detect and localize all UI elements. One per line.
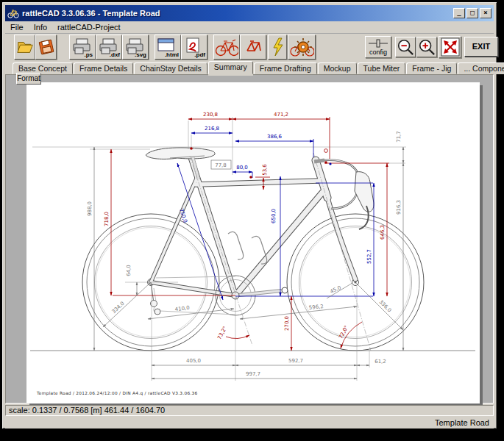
dim-label-front-radius: 336,0 xyxy=(377,299,392,314)
title-bar[interactable]: rattleCAD 3.3.06.36 - Template Road _ □ … xyxy=(5,5,494,21)
dim-label-stem-height: 646,3 xyxy=(380,225,386,240)
drawing-canvas[interactable]: Format xyxy=(5,74,494,404)
dim-label-setback: 80,0 xyxy=(236,165,248,171)
menu-rattlecad-project[interactable]: rattleCAD-Project xyxy=(52,22,126,32)
dim-label-head-angle: 72,0° xyxy=(338,325,349,340)
config-label: config xyxy=(369,49,387,56)
dim-label-head-height: 916,3 xyxy=(396,200,402,215)
pdf-label: .pdf xyxy=(194,51,205,58)
export-pdf-button[interactable]: .pdf xyxy=(181,35,207,60)
export-dxf-button[interactable]: .dxf xyxy=(96,35,122,60)
tab-chainstay-details[interactable]: ChainStay Details xyxy=(134,62,207,74)
open-button[interactable] xyxy=(14,35,35,60)
scale-status-bar: scale: 0.1337 / 0.7568 [m] 461.44 / 1604… xyxy=(5,405,494,416)
scale-text: scale: 0.1337 / 0.7568 [m] 461.44 / 1604… xyxy=(9,406,165,415)
dim-label-chainstay: 410,0 xyxy=(174,305,190,312)
zoom-in-icon xyxy=(418,38,436,56)
construction-lines xyxy=(30,117,475,381)
menu-info[interactable]: Info xyxy=(29,22,52,32)
red-bike-icon xyxy=(215,37,238,57)
bike-gear-icon xyxy=(289,37,314,57)
zoom-out-icon xyxy=(397,38,414,56)
zoom-in-button[interactable] xyxy=(416,37,437,57)
printer-svg-icon: .svg xyxy=(124,36,147,58)
minimize-button[interactable]: _ xyxy=(453,8,465,18)
dim-label-bar-height: 552,7 xyxy=(366,249,372,264)
html-label: .html xyxy=(165,51,179,58)
menu-file[interactable]: File xyxy=(5,22,29,32)
exit-button[interactable]: EXIT xyxy=(464,37,498,57)
dim-label-bar-drop: 53,6 xyxy=(262,164,268,176)
bottom-status-bar: Template Road xyxy=(5,417,494,429)
tab-summary[interactable]: Summary xyxy=(208,61,253,74)
dim-label-front-center-h: 592,7 xyxy=(288,358,303,364)
tab-bar: Base Concept Frame Details ChainStay Det… xyxy=(5,62,494,74)
bike-frame-fill xyxy=(151,159,355,295)
dim-label-saddle-post: 216,8 xyxy=(205,126,219,132)
config-button[interactable]: config xyxy=(365,36,391,58)
dimensions-red: 230,8 471,2 718,0 646,3 270,0 53,6 73,2°… xyxy=(104,112,387,351)
red-frame-icon xyxy=(241,37,265,57)
tab-mockup[interactable]: Mockup xyxy=(318,62,357,74)
dim-label-bb-drop: 64,0 xyxy=(126,265,132,276)
dim-label-bb-stem: 471,2 xyxy=(274,112,288,118)
save-button[interactable] xyxy=(35,35,57,60)
drawing-paper: 230,8 471,2 718,0 646,3 270,0 53,6 73,2°… xyxy=(26,82,480,404)
dim-label-head-top-offset: 71,7 xyxy=(396,131,402,143)
app-icon xyxy=(7,8,19,18)
zoom-out-button[interactable] xyxy=(395,37,416,57)
zoom-fit-button[interactable] xyxy=(439,36,461,58)
tab-components[interactable]: ... Components xyxy=(458,62,504,74)
dim-label-bb-head: 386,6 xyxy=(267,134,283,140)
printer-dxf-icon: .dxf xyxy=(97,36,121,58)
app-window: rattleCAD 3.3.06.36 - Template Road _ □ … xyxy=(1,1,497,429)
maximize-button[interactable]: □ xyxy=(466,8,478,18)
menu-bar: File Info rattleCAD-Project xyxy=(5,21,494,34)
export-html-button[interactable]: .html xyxy=(155,35,181,60)
dxf-label: .dxf xyxy=(110,51,121,58)
dim-label-setback-ref: 77,8 xyxy=(215,162,227,168)
ps-label: .ps xyxy=(84,51,93,58)
printer-ps-icon: .ps xyxy=(71,36,94,58)
dim-label-front-center: 596,2 xyxy=(308,304,324,311)
close-button[interactable]: × xyxy=(480,8,491,18)
bottle-cages xyxy=(228,232,267,264)
fit-view-icon xyxy=(441,37,460,57)
dim-label-rear-center: 405,0 xyxy=(186,358,201,364)
slider-icon: config xyxy=(366,37,390,57)
dim-label-wheelbase: 997,7 xyxy=(246,371,260,377)
drawing-title-block: Template Road / 2012.06.24/12:00 / DIN A… xyxy=(36,391,198,396)
tab-frame-drafting[interactable]: Frame Drafting xyxy=(254,62,317,74)
dim-label-saddle-bb: 230,8 xyxy=(203,112,218,118)
export-ps-button[interactable]: .ps xyxy=(69,35,96,60)
window-title: rattleCAD 3.3.06.36 - Template Road xyxy=(22,9,452,18)
toolbar: .ps .dxf .svg .html xyxy=(5,34,494,61)
flash-update-button[interactable] xyxy=(268,35,287,60)
svg-label: .svg xyxy=(135,51,146,58)
dim-label-frame-height: 650,0 xyxy=(271,209,277,223)
dim-label-seat-angle: 73,2° xyxy=(216,326,228,341)
tab-tube-miter[interactable]: Tube Miter xyxy=(358,62,406,74)
saddle xyxy=(146,148,215,179)
bike-frame-button[interactable] xyxy=(240,35,266,60)
export-svg-button[interactable]: .svg xyxy=(122,35,149,60)
pdf-icon: .pdf xyxy=(182,36,206,58)
html-icon: .html xyxy=(156,36,180,58)
open-folder-icon xyxy=(15,37,35,57)
format-button[interactable]: Format xyxy=(16,73,41,85)
tab-frame-jig[interactable]: Frame - Jig xyxy=(406,62,457,74)
dim-label-saddle-height: 718,0 xyxy=(104,212,110,226)
dim-label-overall-height: 988,0 xyxy=(87,201,93,216)
bike-config-button[interactable] xyxy=(288,35,316,60)
dim-label-bb-height: 270,0 xyxy=(284,316,290,331)
lightning-icon xyxy=(269,37,285,57)
project-name-label: Template Road xyxy=(435,418,489,427)
tab-frame-details[interactable]: Frame Details xyxy=(74,62,133,74)
save-icon xyxy=(37,37,56,57)
bike-geometry-button[interactable] xyxy=(213,35,240,60)
bike-drawing: 230,8 471,2 718,0 646,3 270,0 53,6 73,2°… xyxy=(26,82,480,404)
dim-label-trail: 61,2 xyxy=(375,359,386,365)
